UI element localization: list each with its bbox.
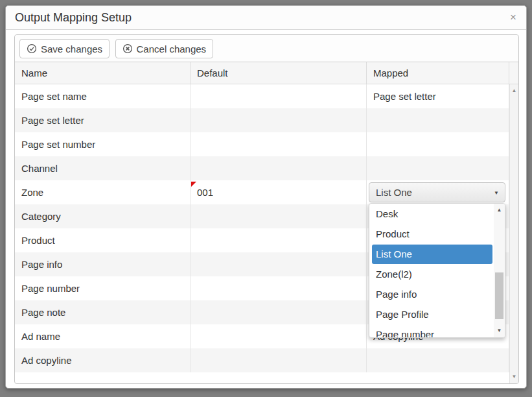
dropdown-option[interactable]: Page Profile xyxy=(372,305,492,324)
popup-scroll-down-icon[interactable]: ▼ xyxy=(494,328,505,334)
table-row[interactable]: Page set number xyxy=(15,132,518,156)
column-header-default: Default xyxy=(191,62,367,84)
cell-mapped[interactable] xyxy=(367,156,509,180)
popup-scroll-thumb[interactable] xyxy=(495,272,503,319)
cell-default[interactable] xyxy=(191,228,367,252)
dropdown-option-list: DeskProductList OneZone(l2)Page infoPage… xyxy=(369,204,494,338)
popup-scroll-up-icon[interactable]: ▲ xyxy=(494,207,505,213)
cell-name[interactable]: Page set number xyxy=(15,132,191,156)
save-changes-label: Save changes xyxy=(41,43,102,54)
table-row[interactable]: Page set namePage set letter xyxy=(15,84,518,108)
chevron-down-icon: ▼ xyxy=(494,184,499,202)
zone-mapped-dropdown[interactable]: List One ▼ xyxy=(369,182,505,202)
table-row[interactable]: Channel xyxy=(15,156,518,180)
table-row[interactable]: Ad copyline xyxy=(15,348,518,372)
x-circle-icon xyxy=(122,43,133,54)
cell-name[interactable]: Ad copyline xyxy=(15,348,191,372)
grid-toolbar: Save changes Cancel changes xyxy=(15,35,518,62)
screen-background: { "window": { "title": "Output Mapping S… xyxy=(0,0,532,397)
dirty-cell-marker xyxy=(191,182,196,187)
column-header-mapped: Mapped xyxy=(367,62,509,84)
cell-default[interactable] xyxy=(191,108,367,132)
cell-name[interactable]: Page number xyxy=(15,276,191,300)
cell-name[interactable]: Page set letter xyxy=(15,108,191,132)
output-mapping-dialog: Output Mapping Setup × Save changes xyxy=(5,5,527,389)
grid-header: Name Default Mapped xyxy=(15,62,518,84)
cell-name[interactable]: Page info xyxy=(15,252,191,276)
save-changes-button[interactable]: Save changes xyxy=(19,39,110,58)
cell-name[interactable]: Ad name xyxy=(15,324,191,348)
cancel-changes-button[interactable]: Cancel changes xyxy=(115,39,214,58)
cell-default[interactable] xyxy=(191,348,367,372)
popup-scrollbar[interactable]: ▲ ▼ xyxy=(494,204,505,337)
scroll-down-icon[interactable]: ▼ xyxy=(510,374,518,380)
dropdown-option[interactable]: List One xyxy=(372,245,492,264)
cell-default[interactable] xyxy=(191,84,367,108)
cell-name[interactable]: Page note xyxy=(15,300,191,324)
column-header-scroll-spacer xyxy=(509,62,518,84)
dropdown-popup: DeskProductList OneZone(l2)Page infoPage… xyxy=(369,203,505,338)
cell-mapped[interactable]: Page set letter xyxy=(367,84,509,108)
cell-name[interactable]: Product xyxy=(15,228,191,252)
dropdown-option[interactable]: Product xyxy=(372,224,492,244)
cell-default[interactable] xyxy=(191,252,367,276)
column-header-name: Name xyxy=(15,62,191,84)
cell-name[interactable]: Page set name xyxy=(15,84,191,108)
cancel-changes-label: Cancel changes xyxy=(137,43,207,54)
dropdown-option[interactable]: Page number xyxy=(372,325,492,338)
scroll-up-icon[interactable]: ▲ xyxy=(510,88,518,94)
cell-default[interactable] xyxy=(191,276,367,300)
cell-mapped[interactable] xyxy=(367,132,509,156)
cell-name[interactable]: Category xyxy=(15,204,191,228)
dropdown-option[interactable]: Desk xyxy=(372,204,492,224)
dropdown-option[interactable]: Zone(l2) xyxy=(372,265,492,284)
dropdown-value: List One xyxy=(376,187,412,198)
dialog-titlebar: Output Mapping Setup × xyxy=(6,6,526,30)
check-circle-icon xyxy=(27,43,37,54)
grid-scrollbar[interactable]: ▲ ▼ xyxy=(509,84,518,383)
cell-mapped[interactable] xyxy=(367,108,509,132)
cell-default[interactable] xyxy=(191,324,367,348)
table-row[interactable]: Page set letter xyxy=(15,108,518,132)
close-icon[interactable]: × xyxy=(510,11,516,24)
cell-default[interactable] xyxy=(191,204,367,228)
cell-default[interactable]: 001 xyxy=(191,180,367,204)
cell-default[interactable] xyxy=(191,300,367,324)
cell-name[interactable]: Channel xyxy=(15,156,191,180)
cell-default[interactable] xyxy=(191,132,367,156)
cell-default[interactable] xyxy=(191,156,367,180)
cell-mapped[interactable] xyxy=(367,348,509,372)
cell-name[interactable]: Zone xyxy=(15,180,191,204)
dropdown-option[interactable]: Page info xyxy=(372,285,492,304)
dialog-title: Output Mapping Setup xyxy=(15,11,132,25)
mapping-grid: Save changes Cancel changes Name Default… xyxy=(14,34,519,384)
